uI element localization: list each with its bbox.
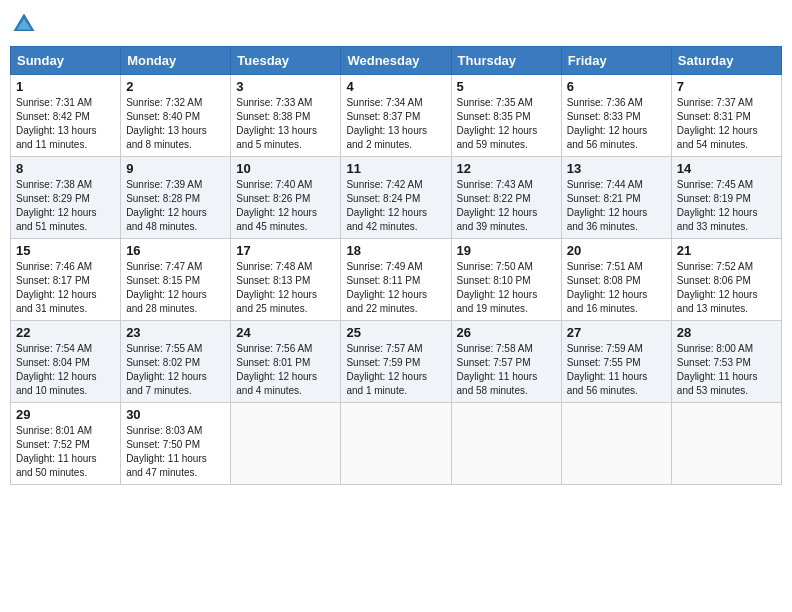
calendar-cell: [671, 403, 781, 485]
calendar-header-row: SundayMondayTuesdayWednesdayThursdayFrid…: [11, 47, 782, 75]
calendar-cell: 3 Sunrise: 7:33 AMSunset: 8:38 PMDayligh…: [231, 75, 341, 157]
page-header: [10, 10, 782, 38]
calendar-cell: 5 Sunrise: 7:35 AMSunset: 8:35 PMDayligh…: [451, 75, 561, 157]
day-number: 2: [126, 79, 225, 94]
day-info: Sunrise: 7:46 AMSunset: 8:17 PMDaylight:…: [16, 261, 97, 314]
day-number: 12: [457, 161, 556, 176]
day-info: Sunrise: 7:35 AMSunset: 8:35 PMDaylight:…: [457, 97, 538, 150]
calendar-cell: 24 Sunrise: 7:56 AMSunset: 8:01 PMDaylig…: [231, 321, 341, 403]
day-info: Sunrise: 7:45 AMSunset: 8:19 PMDaylight:…: [677, 179, 758, 232]
calendar-cell: 8 Sunrise: 7:38 AMSunset: 8:29 PMDayligh…: [11, 157, 121, 239]
day-info: Sunrise: 7:57 AMSunset: 7:59 PMDaylight:…: [346, 343, 427, 396]
day-number: 3: [236, 79, 335, 94]
calendar-cell: 2 Sunrise: 7:32 AMSunset: 8:40 PMDayligh…: [121, 75, 231, 157]
calendar-cell: 6 Sunrise: 7:36 AMSunset: 8:33 PMDayligh…: [561, 75, 671, 157]
day-number: 21: [677, 243, 776, 258]
day-number: 28: [677, 325, 776, 340]
calendar-cell: 27 Sunrise: 7:59 AMSunset: 7:55 PMDaylig…: [561, 321, 671, 403]
day-number: 22: [16, 325, 115, 340]
calendar-week-row: 29 Sunrise: 8:01 AMSunset: 7:52 PMDaylig…: [11, 403, 782, 485]
calendar-cell: 26 Sunrise: 7:58 AMSunset: 7:57 PMDaylig…: [451, 321, 561, 403]
day-info: Sunrise: 7:40 AMSunset: 8:26 PMDaylight:…: [236, 179, 317, 232]
calendar-cell: 7 Sunrise: 7:37 AMSunset: 8:31 PMDayligh…: [671, 75, 781, 157]
calendar-cell: 4 Sunrise: 7:34 AMSunset: 8:37 PMDayligh…: [341, 75, 451, 157]
column-header-thursday: Thursday: [451, 47, 561, 75]
day-number: 9: [126, 161, 225, 176]
day-info: Sunrise: 7:51 AMSunset: 8:08 PMDaylight:…: [567, 261, 648, 314]
day-number: 17: [236, 243, 335, 258]
day-number: 5: [457, 79, 556, 94]
column-header-sunday: Sunday: [11, 47, 121, 75]
calendar-cell: 20 Sunrise: 7:51 AMSunset: 8:08 PMDaylig…: [561, 239, 671, 321]
calendar-cell: 19 Sunrise: 7:50 AMSunset: 8:10 PMDaylig…: [451, 239, 561, 321]
day-number: 14: [677, 161, 776, 176]
day-number: 19: [457, 243, 556, 258]
day-number: 26: [457, 325, 556, 340]
calendar-cell: 29 Sunrise: 8:01 AMSunset: 7:52 PMDaylig…: [11, 403, 121, 485]
day-info: Sunrise: 7:34 AMSunset: 8:37 PMDaylight:…: [346, 97, 427, 150]
day-info: Sunrise: 7:36 AMSunset: 8:33 PMDaylight:…: [567, 97, 648, 150]
calendar-cell: 18 Sunrise: 7:49 AMSunset: 8:11 PMDaylig…: [341, 239, 451, 321]
day-number: 24: [236, 325, 335, 340]
day-number: 27: [567, 325, 666, 340]
calendar-table: SundayMondayTuesdayWednesdayThursdayFrid…: [10, 46, 782, 485]
calendar-cell: [561, 403, 671, 485]
day-number: 25: [346, 325, 445, 340]
day-info: Sunrise: 7:44 AMSunset: 8:21 PMDaylight:…: [567, 179, 648, 232]
day-info: Sunrise: 7:56 AMSunset: 8:01 PMDaylight:…: [236, 343, 317, 396]
day-info: Sunrise: 7:47 AMSunset: 8:15 PMDaylight:…: [126, 261, 207, 314]
day-number: 10: [236, 161, 335, 176]
day-number: 1: [16, 79, 115, 94]
calendar-cell: 16 Sunrise: 7:47 AMSunset: 8:15 PMDaylig…: [121, 239, 231, 321]
day-info: Sunrise: 7:31 AMSunset: 8:42 PMDaylight:…: [16, 97, 97, 150]
day-number: 4: [346, 79, 445, 94]
calendar-cell: 15 Sunrise: 7:46 AMSunset: 8:17 PMDaylig…: [11, 239, 121, 321]
day-info: Sunrise: 7:50 AMSunset: 8:10 PMDaylight:…: [457, 261, 538, 314]
logo: [10, 10, 42, 38]
day-number: 23: [126, 325, 225, 340]
day-info: Sunrise: 8:03 AMSunset: 7:50 PMDaylight:…: [126, 425, 207, 478]
day-info: Sunrise: 7:58 AMSunset: 7:57 PMDaylight:…: [457, 343, 538, 396]
day-number: 20: [567, 243, 666, 258]
calendar-cell: 22 Sunrise: 7:54 AMSunset: 8:04 PMDaylig…: [11, 321, 121, 403]
day-info: Sunrise: 7:43 AMSunset: 8:22 PMDaylight:…: [457, 179, 538, 232]
day-number: 29: [16, 407, 115, 422]
calendar-cell: 13 Sunrise: 7:44 AMSunset: 8:21 PMDaylig…: [561, 157, 671, 239]
day-info: Sunrise: 7:33 AMSunset: 8:38 PMDaylight:…: [236, 97, 317, 150]
day-info: Sunrise: 7:38 AMSunset: 8:29 PMDaylight:…: [16, 179, 97, 232]
column-header-saturday: Saturday: [671, 47, 781, 75]
day-number: 11: [346, 161, 445, 176]
day-info: Sunrise: 7:39 AMSunset: 8:28 PMDaylight:…: [126, 179, 207, 232]
day-number: 15: [16, 243, 115, 258]
day-info: Sunrise: 7:54 AMSunset: 8:04 PMDaylight:…: [16, 343, 97, 396]
calendar-cell: 1 Sunrise: 7:31 AMSunset: 8:42 PMDayligh…: [11, 75, 121, 157]
day-info: Sunrise: 7:49 AMSunset: 8:11 PMDaylight:…: [346, 261, 427, 314]
calendar-week-row: 1 Sunrise: 7:31 AMSunset: 8:42 PMDayligh…: [11, 75, 782, 157]
calendar-cell: 21 Sunrise: 7:52 AMSunset: 8:06 PMDaylig…: [671, 239, 781, 321]
column-header-friday: Friday: [561, 47, 671, 75]
calendar-cell: 12 Sunrise: 7:43 AMSunset: 8:22 PMDaylig…: [451, 157, 561, 239]
calendar-cell: [341, 403, 451, 485]
day-info: Sunrise: 8:01 AMSunset: 7:52 PMDaylight:…: [16, 425, 97, 478]
calendar-cell: 11 Sunrise: 7:42 AMSunset: 8:24 PMDaylig…: [341, 157, 451, 239]
calendar-cell: 9 Sunrise: 7:39 AMSunset: 8:28 PMDayligh…: [121, 157, 231, 239]
day-info: Sunrise: 7:37 AMSunset: 8:31 PMDaylight:…: [677, 97, 758, 150]
calendar-cell: [231, 403, 341, 485]
calendar-cell: 14 Sunrise: 7:45 AMSunset: 8:19 PMDaylig…: [671, 157, 781, 239]
day-number: 30: [126, 407, 225, 422]
day-info: Sunrise: 7:42 AMSunset: 8:24 PMDaylight:…: [346, 179, 427, 232]
calendar-cell: 23 Sunrise: 7:55 AMSunset: 8:02 PMDaylig…: [121, 321, 231, 403]
calendar-week-row: 22 Sunrise: 7:54 AMSunset: 8:04 PMDaylig…: [11, 321, 782, 403]
column-header-tuesday: Tuesday: [231, 47, 341, 75]
logo-icon: [10, 10, 38, 38]
calendar-week-row: 8 Sunrise: 7:38 AMSunset: 8:29 PMDayligh…: [11, 157, 782, 239]
day-info: Sunrise: 7:32 AMSunset: 8:40 PMDaylight:…: [126, 97, 207, 150]
calendar-cell: 28 Sunrise: 8:00 AMSunset: 7:53 PMDaylig…: [671, 321, 781, 403]
day-number: 8: [16, 161, 115, 176]
column-header-monday: Monday: [121, 47, 231, 75]
calendar-cell: 30 Sunrise: 8:03 AMSunset: 7:50 PMDaylig…: [121, 403, 231, 485]
day-number: 16: [126, 243, 225, 258]
day-number: 7: [677, 79, 776, 94]
column-header-wednesday: Wednesday: [341, 47, 451, 75]
calendar-week-row: 15 Sunrise: 7:46 AMSunset: 8:17 PMDaylig…: [11, 239, 782, 321]
